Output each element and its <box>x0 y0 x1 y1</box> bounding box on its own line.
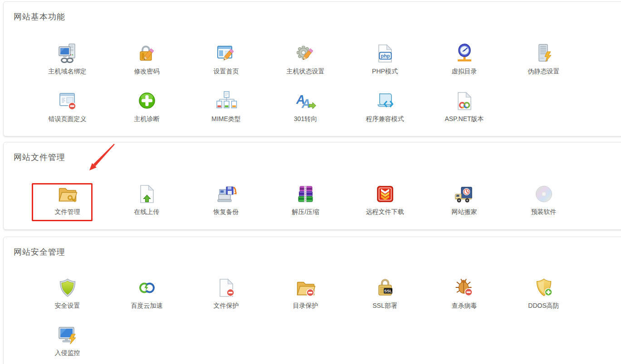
baidu-cloud-icon <box>136 277 158 299</box>
feature-label: DDOS高防 <box>528 302 559 310</box>
feature-label: ASP.NET版本 <box>445 115 484 123</box>
monitor-bolt-icon <box>57 324 78 346</box>
section-panel-file-management: 网站文件管理 文件管理 在线上传 恢复备份 解压/压缩 远程文件下载 网站搬家 <box>3 142 621 230</box>
feature-row: 错误页面定义 主机诊断 MIME类型 301转向 程序兼容模式 ASP.NET版… <box>28 90 504 123</box>
feature-item-301-redirect[interactable]: 301转向 <box>266 90 345 123</box>
feature-label: 远程文件下载 <box>366 208 404 216</box>
feature-label: 主机诊断 <box>134 115 160 123</box>
feature-label: 伪静态设置 <box>528 68 560 76</box>
section-panel-basic-functions: 网站基本功能 主机域名绑定 修改密码 设置首页 主机状态设置 PHP模式 虚拟目… <box>3 1 621 136</box>
feature-label: 安全设置 <box>55 302 80 310</box>
feature-item-set-homepage[interactable]: 设置首页 <box>186 43 266 76</box>
feature-label: 修改密码 <box>134 68 160 76</box>
folder-key-icon <box>57 183 78 205</box>
feature-label: 在线上传 <box>134 208 160 216</box>
feature-item-ssl-deploy[interactable]: SSL部署 <box>345 277 425 310</box>
feature-label: SSL部署 <box>372 302 397 310</box>
moving-truck-icon <box>454 183 475 205</box>
feature-item-virus-scan[interactable]: 查杀病毒 <box>425 277 504 310</box>
feature-item-site-migration[interactable]: 网站搬家 <box>425 183 504 216</box>
feature-label: 主机域名绑定 <box>49 68 87 76</box>
host-computer-chain-icon <box>57 43 78 64</box>
gold-shield-plus-icon <box>533 277 555 299</box>
red-download-icon <box>374 183 396 205</box>
feature-item-remote-download[interactable]: 远程文件下载 <box>345 183 425 216</box>
feature-label: 解压/压缩 <box>292 208 319 216</box>
feature-label: 入侵监控 <box>55 349 80 357</box>
feature-item-php-mode[interactable]: PHP模式 <box>345 43 425 76</box>
feature-item-directory-protection[interactable]: 目录保护 <box>266 277 345 310</box>
feature-item-baidu-cloud-acceleration[interactable]: 百度云加速 <box>107 277 186 310</box>
server-bolt-icon <box>533 43 555 64</box>
feature-label: MIME类型 <box>211 115 241 123</box>
feature-item-preinstalled-software[interactable]: 预装软件 <box>504 183 583 216</box>
ssl-lock-icon <box>374 277 396 299</box>
feature-label: 恢复备份 <box>214 208 239 216</box>
feature-item-online-upload[interactable]: 在线上传 <box>107 183 186 216</box>
feature-item-program-compat-mode[interactable]: 程序兼容模式 <box>345 90 425 123</box>
feature-label: 301转向 <box>294 115 317 123</box>
backup-restore-icon <box>215 183 237 205</box>
cd-disc-icon <box>533 183 555 205</box>
feature-item-change-password[interactable]: 修改密码 <box>107 43 186 76</box>
feature-item-unzip-zip[interactable]: 解压/压缩 <box>266 183 345 216</box>
clock-network-icon <box>454 43 475 64</box>
window-pencil-icon <box>215 43 237 64</box>
lock-pencil-icon <box>136 43 158 64</box>
feature-label: 文件保护 <box>214 302 239 310</box>
feature-label: 查杀病毒 <box>452 302 477 310</box>
feature-item-ddos-protection[interactable]: DDOS高防 <box>504 277 583 310</box>
feature-label: 虚拟目录 <box>452 68 477 76</box>
mime-tree-icon <box>215 90 237 112</box>
feature-label: 主机状态设置 <box>287 68 325 76</box>
feature-item-restore-backup[interactable]: 恢复备份 <box>186 183 266 216</box>
aspnet-page-icon <box>454 90 475 112</box>
gear-pencil-icon <box>295 43 317 64</box>
page-minus-icon <box>215 277 237 299</box>
bug-minus-icon <box>454 277 475 299</box>
feature-label: 网站搬家 <box>452 208 477 216</box>
feature-item-mime-type[interactable]: MIME类型 <box>186 90 266 123</box>
window-minus-icon <box>57 90 78 112</box>
feature-label: 百度云加速 <box>131 302 163 310</box>
feature-item-host-status-setting[interactable]: 主机状态设置 <box>266 43 345 76</box>
feature-item-aspnet-version[interactable]: ASP.NET版本 <box>425 90 504 123</box>
feature-label: 预装软件 <box>531 208 557 216</box>
feature-item-file-protection[interactable]: 文件保护 <box>186 277 266 310</box>
letters-arrow-icon <box>295 90 317 112</box>
feature-label: 错误页面定义 <box>49 115 87 123</box>
feature-label: 程序兼容模式 <box>366 115 404 123</box>
page-upload-icon <box>136 183 158 205</box>
feature-item-error-page-define[interactable]: 错误页面定义 <box>28 90 107 123</box>
feature-item-security-setting[interactable]: 安全设置 <box>28 277 107 310</box>
feature-row: 入侵监控 <box>28 324 107 357</box>
feature-row: 文件管理 在线上传 恢复备份 解压/压缩 远程文件下载 网站搬家 预装软件 <box>28 183 583 216</box>
section-title: 网站文件管理 <box>14 152 65 163</box>
section-title: 网站安全管理 <box>14 247 65 257</box>
php-page-icon <box>374 43 396 64</box>
scroll-code-icon <box>374 90 396 112</box>
feature-label: PHP模式 <box>372 68 398 76</box>
green-shield-icon <box>57 277 78 299</box>
section-title: 网站基本功能 <box>14 11 65 22</box>
folder-minus-icon <box>295 277 317 299</box>
feature-label: 目录保护 <box>293 302 318 310</box>
section-panel-security-management: 网站安全管理 安全设置 百度云加速 文件保护 目录保护 SSL部署 查杀病毒 D… <box>3 237 621 364</box>
feature-item-rewrite-setting[interactable]: 伪静态设置 <box>504 43 583 76</box>
feature-row: 主机域名绑定 修改密码 设置首页 主机状态设置 PHP模式 虚拟目录 伪静态设置 <box>28 43 583 76</box>
winrar-books-icon <box>295 183 317 205</box>
feature-label: 文件管理 <box>55 208 80 216</box>
feature-item-host-diagnosis[interactable]: 主机诊断 <box>107 90 186 123</box>
feature-label: 设置首页 <box>214 68 239 76</box>
feature-item-intrusion-monitoring[interactable]: 入侵监控 <box>28 324 107 357</box>
feature-row: 安全设置 百度云加速 文件保护 目录保护 SSL部署 查杀病毒 DDOS高防 <box>28 277 583 310</box>
feature-item-file-manager[interactable]: 文件管理 <box>28 183 107 216</box>
feature-item-virtual-directory[interactable]: 虚拟目录 <box>425 43 504 76</box>
green-plus-circle-icon <box>136 90 158 112</box>
feature-item-host-domain-binding[interactable]: 主机域名绑定 <box>28 43 107 76</box>
